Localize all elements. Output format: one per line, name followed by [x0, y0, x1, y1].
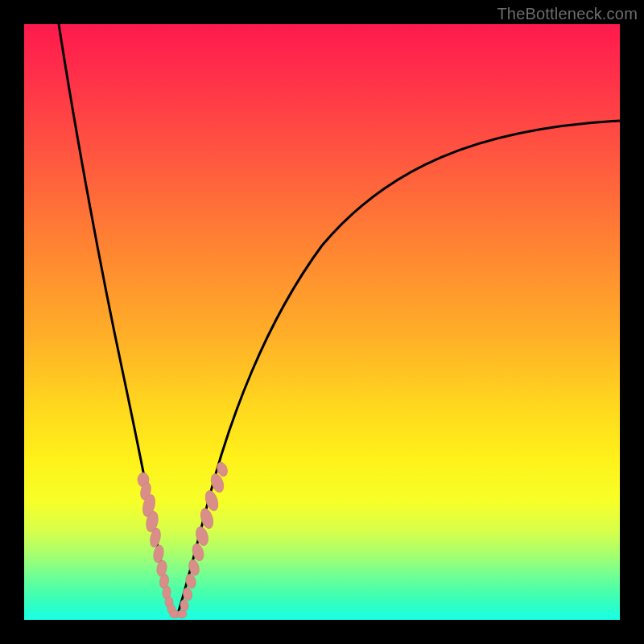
- curve-left-branch: [59, 24, 174, 616]
- stipple-cluster-bottom: [170, 610, 187, 618]
- curve-right-branch: [177, 121, 620, 616]
- svg-point-12: [177, 610, 187, 618]
- plot-area: [24, 24, 620, 620]
- bottleneck-curve: [24, 24, 620, 620]
- svg-point-14: [182, 587, 193, 601]
- chart-frame: TheBottleneck.com: [0, 0, 644, 644]
- stipple-cluster-right: [180, 460, 229, 611]
- watermark-text: TheBottleneck.com: [497, 5, 638, 23]
- stipple-cluster-left: [138, 473, 175, 614]
